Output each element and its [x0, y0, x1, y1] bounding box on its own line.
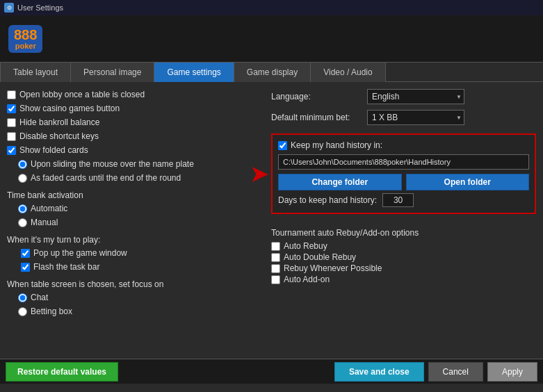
my-turn-label: When it's my turn to play: [7, 235, 264, 245]
default-bet-row: Default minimum bet: 1 X BB 2 X BB 3 X B… [271, 110, 536, 125]
checkbox-auto-double-rebuy[interactable] [271, 253, 280, 262]
hand-history-section: ➤ Keep my hand history in: Change folder… [271, 133, 536, 214]
right-panel: Language: English Spanish French German … [271, 89, 536, 352]
language-select[interactable]: English Spanish French German [367, 89, 464, 104]
bottom-bar: Restore default values Save and close Ca… [0, 359, 543, 384]
language-label: Language: [271, 92, 362, 101]
title-bar: ⚙ User Settings [0, 0, 543, 15]
checkbox-show-casino[interactable] [7, 104, 16, 113]
tab-table-layout[interactable]: Table layout [0, 63, 71, 82]
option-auto-rebuy: Auto Rebuy [271, 240, 536, 252]
option-upon-sliding: Upon sliding the mouse over the name pla… [18, 158, 264, 170]
tab-personal-image[interactable]: Personal image [71, 63, 154, 82]
language-row: Language: English Spanish French German [271, 89, 536, 104]
option-betting-box: Betting box [18, 306, 264, 317]
open-folder-button[interactable]: Open folder [406, 174, 530, 190]
radio-automatic[interactable] [18, 204, 27, 213]
default-bet-select[interactable]: 1 X BB 2 X BB 3 X BB [367, 110, 464, 125]
time-bank-label: Time bank activation [7, 190, 264, 200]
radio-upon-sliding[interactable] [18, 160, 27, 169]
logo: 888 poker [8, 25, 42, 53]
radio-manual[interactable] [18, 218, 27, 227]
option-popup-game: Pop up the game window [21, 247, 264, 259]
days-label: Days to keep hand history: [278, 195, 377, 205]
tabs-bar: Table layout Personal image Game setting… [0, 63, 543, 82]
checkbox-rebuy-whenever[interactable] [271, 264, 280, 273]
left-panel: Open lobby once a table is closed Show c… [7, 89, 264, 352]
option-show-folded: Show folded cards [7, 145, 264, 156]
option-automatic: Automatic [18, 203, 264, 214]
option-open-lobby: Open lobby once a table is closed [7, 89, 264, 100]
tournament-title: Tournament auto Rebuy/Add-on options [271, 228, 536, 238]
option-hide-bankroll: Hide bankroll balance [7, 117, 264, 128]
radio-betting-box[interactable] [18, 307, 27, 316]
logo-number: 888 [14, 28, 37, 42]
option-disable-shortcut: Disable shortcut keys [7, 131, 264, 142]
keep-hand-history-label: Keep my hand history in: [291, 140, 382, 150]
checkbox-disable-shortcut[interactable] [7, 132, 16, 141]
red-arrow: ➤ [250, 162, 268, 186]
change-folder-button[interactable]: Change folder [278, 174, 402, 190]
hand-history-box: Keep my hand history in: Change folder O… [271, 133, 536, 214]
restore-defaults-button[interactable]: Restore default values [6, 362, 118, 382]
option-show-casino: Show casino games button [7, 103, 264, 114]
hand-history-buttons: Change folder Open folder [278, 174, 529, 190]
days-row: Days to keep hand history: [278, 193, 529, 207]
logo-area: 888 poker [0, 15, 543, 63]
option-rebuy-whenever: Rebuy Whenever Possible [271, 263, 536, 274]
hand-history-path-input[interactable] [278, 154, 529, 170]
apply-button[interactable]: Apply [487, 362, 537, 382]
checkbox-auto-rebuy[interactable] [271, 242, 280, 251]
option-auto-double-rebuy: Auto Double Rebuy [271, 252, 536, 263]
hand-history-header: Keep my hand history in: [278, 140, 529, 150]
option-manual: Manual [18, 217, 264, 228]
window-title: User Settings [17, 3, 63, 12]
checkbox-hide-bankroll[interactable] [7, 118, 16, 127]
app-icon: ⚙ [4, 3, 14, 13]
default-bet-label: Default minimum bet: [271, 113, 362, 122]
days-input[interactable] [382, 193, 414, 207]
cancel-button[interactable]: Cancel [428, 362, 483, 382]
option-auto-addon: Auto Add-on [271, 274, 536, 285]
radio-chat[interactable] [18, 293, 27, 302]
language-select-wrapper: English Spanish French German [367, 89, 464, 104]
checkbox-auto-addon[interactable] [271, 275, 280, 284]
option-chat: Chat [18, 292, 264, 303]
checkbox-open-lobby[interactable] [7, 90, 16, 99]
logo-brand: poker [15, 42, 36, 50]
tab-game-settings[interactable]: Game settings [154, 63, 234, 82]
option-as-faded: As faded cards until the end of the roun… [18, 172, 264, 183]
main-content: Open lobby once a table is closed Show c… [0, 82, 543, 359]
checkbox-flash-taskbar[interactable] [21, 263, 30, 272]
save-close-button[interactable]: Save and close [334, 362, 424, 382]
checkbox-popup-game[interactable] [21, 249, 30, 258]
tournament-section: Tournament auto Rebuy/Add-on options Aut… [271, 225, 536, 285]
checkbox-show-folded[interactable] [7, 146, 16, 155]
option-flash-taskbar: Flash the task bar [21, 261, 264, 272]
default-bet-select-wrapper: 1 X BB 2 X BB 3 X BB [367, 110, 464, 125]
radio-as-faded[interactable] [18, 174, 27, 183]
tab-game-display[interactable]: Game display [234, 63, 311, 82]
tab-video-audio[interactable]: Video / Audio [311, 63, 386, 82]
checkbox-keep-hand-history[interactable] [278, 141, 287, 150]
focus-label: When table screen is chosen, set focus o… [7, 279, 264, 289]
